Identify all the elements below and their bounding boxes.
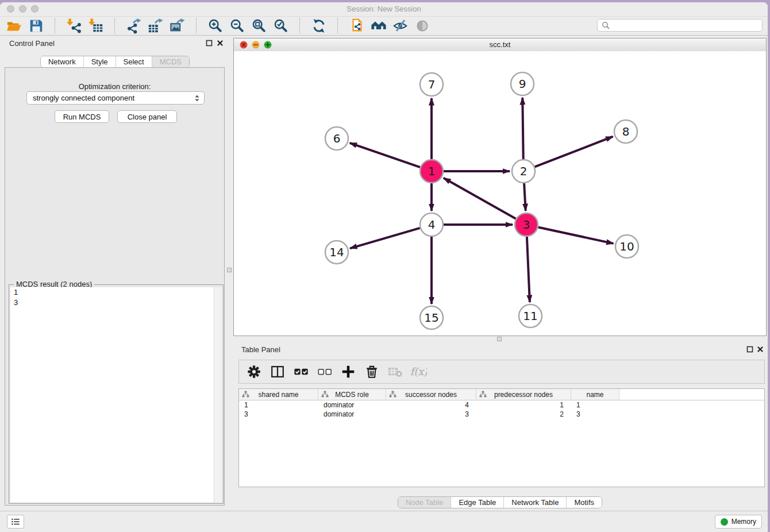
tab-network-table[interactable]: Network Table: [504, 497, 567, 508]
columns-icon[interactable]: [268, 363, 287, 381]
node-label: 15: [424, 311, 438, 325]
node-label: 14: [329, 245, 344, 259]
table-panel-float-icon[interactable]: [746, 346, 753, 353]
tab-style[interactable]: Style: [84, 56, 116, 67]
node-4[interactable]: 4: [420, 213, 443, 236]
result-scrollbar[interactable]: [214, 287, 222, 502]
zoom-fit-icon[interactable]: [251, 17, 268, 34]
task-history-button[interactable]: [7, 515, 24, 529]
cell-successor-nodes[interactable]: 3: [386, 410, 476, 418]
edge-3-11[interactable]: [527, 237, 530, 302]
gear-icon[interactable]: [245, 363, 263, 381]
export-table-icon[interactable]: [147, 17, 164, 34]
title-bar: Session: New Session: [0, 2, 768, 17]
new-network-view-icon[interactable]: [348, 17, 365, 34]
control-panel-close-icon[interactable]: [217, 40, 224, 47]
export-image-icon[interactable]: [169, 17, 186, 34]
criterion-select[interactable]: strongly connected component: [26, 91, 205, 105]
cell-predecessor-nodes[interactable]: 1: [476, 401, 571, 409]
add-column-icon[interactable]: [339, 363, 357, 381]
cell-predecessor-nodes[interactable]: 2: [476, 410, 571, 418]
zoom-out-icon[interactable]: [229, 17, 246, 34]
cell-name[interactable]: 1: [571, 401, 619, 409]
table-row[interactable]: 1dominator411: [239, 400, 764, 410]
node-8[interactable]: 8: [614, 120, 637, 143]
tab-network[interactable]: Network: [41, 56, 84, 67]
result-item[interactable]: 1: [10, 287, 222, 298]
node-6[interactable]: 6: [325, 127, 348, 150]
hide-selected-icon[interactable]: [392, 17, 409, 34]
select-stepper-icon: [192, 95, 202, 102]
control-panel-float-icon[interactable]: [206, 40, 213, 47]
search-input[interactable]: [597, 19, 763, 32]
node-label: 7: [428, 78, 436, 91]
cell-MCDS-role[interactable]: dominator: [318, 401, 386, 409]
column-label: name: [586, 391, 603, 399]
edge-1-6[interactable]: [350, 143, 421, 167]
column-header-successor-nodes[interactable]: successor nodes: [386, 389, 476, 400]
network-canvas[interactable]: 7968124314101511: [234, 51, 766, 336]
edge-2-9[interactable]: [522, 98, 523, 159]
node-10[interactable]: 10: [615, 235, 638, 258]
table-panel-tabs: Node TableEdge TableNetwork TableMotifs: [233, 496, 767, 508]
tab-mcds[interactable]: MCDS: [152, 56, 189, 67]
select-all-columns-icon[interactable]: [292, 363, 310, 381]
tab-node-table[interactable]: Node Table: [398, 497, 452, 508]
node-9[interactable]: 9: [511, 72, 534, 95]
show-hidden-icon: [414, 17, 431, 34]
delete-table-icon: [386, 363, 405, 381]
control-panel-header: Control Panel: [0, 36, 230, 51]
import-table-icon[interactable]: [87, 17, 105, 34]
memory-button[interactable]: Memory: [715, 515, 762, 529]
control-panel-title: Control Panel: [9, 39, 55, 48]
export-network-icon[interactable]: [125, 17, 143, 34]
unselect-all-columns-icon[interactable]: [315, 363, 334, 381]
first-neighbors-icon[interactable]: [370, 17, 387, 34]
criterion-select-value: strongly connected component: [27, 94, 192, 102]
node-1[interactable]: 1: [420, 160, 443, 183]
node-table: shared nameMCDS rolesuccessor nodesprede…: [238, 388, 765, 487]
vertical-splitter-grip[interactable]: [227, 268, 232, 272]
tab-motifs[interactable]: Motifs: [567, 497, 602, 508]
edge-3-1[interactable]: [444, 178, 516, 219]
edge-3-10[interactable]: [538, 228, 614, 244]
node-15[interactable]: 15: [420, 306, 443, 329]
column-header-predecessor-nodes[interactable]: predecessor nodes: [476, 389, 571, 400]
table-panel-close-icon[interactable]: [757, 346, 764, 353]
cell-shared-name[interactable]: 3: [239, 410, 318, 418]
node-11[interactable]: 11: [519, 304, 542, 327]
table-row[interactable]: 3dominator323: [239, 410, 764, 419]
tab-edge-table[interactable]: Edge Table: [451, 497, 504, 508]
cell-successor-nodes[interactable]: 4: [386, 401, 476, 409]
tab-select[interactable]: Select: [116, 56, 152, 67]
window-title: Session: New Session: [0, 5, 768, 13]
import-network-icon[interactable]: [66, 17, 83, 34]
run-mcds-button[interactable]: Run MCDS: [55, 110, 109, 123]
edge-2-8[interactable]: [535, 137, 613, 167]
toolbar-separator: [337, 18, 338, 33]
toolbar-separator: [55, 18, 56, 33]
edge-2-3[interactable]: [524, 183, 526, 211]
close-panel-button[interactable]: Close panel: [117, 110, 177, 123]
node-3[interactable]: 3: [515, 213, 538, 236]
cell-shared-name[interactable]: 1: [239, 401, 318, 409]
delete-columns-icon[interactable]: [363, 363, 381, 381]
node-7[interactable]: 7: [420, 73, 443, 96]
horizontal-splitter-grip[interactable]: [497, 337, 502, 341]
hierarchy-icon: [321, 391, 329, 398]
node-2[interactable]: 2: [512, 160, 535, 183]
edge-4-14[interactable]: [350, 228, 420, 248]
apply-layout-icon[interactable]: [310, 17, 328, 34]
column-header-MCDS-role[interactable]: MCDS role: [318, 389, 386, 400]
cell-MCDS-role[interactable]: dominator: [318, 410, 386, 418]
result-item[interactable]: 3: [10, 298, 222, 308]
node-14[interactable]: 14: [325, 241, 348, 264]
zoom-selected-icon[interactable]: [272, 17, 290, 34]
cell-name[interactable]: 3: [571, 410, 619, 418]
save-session-icon[interactable]: [28, 17, 45, 34]
column-header-shared-name[interactable]: shared name: [239, 389, 318, 400]
column-header-name[interactable]: name: [571, 389, 619, 400]
node-label: 10: [619, 240, 634, 253]
zoom-in-icon[interactable]: [207, 17, 224, 34]
open-session-icon[interactable]: [6, 17, 23, 34]
